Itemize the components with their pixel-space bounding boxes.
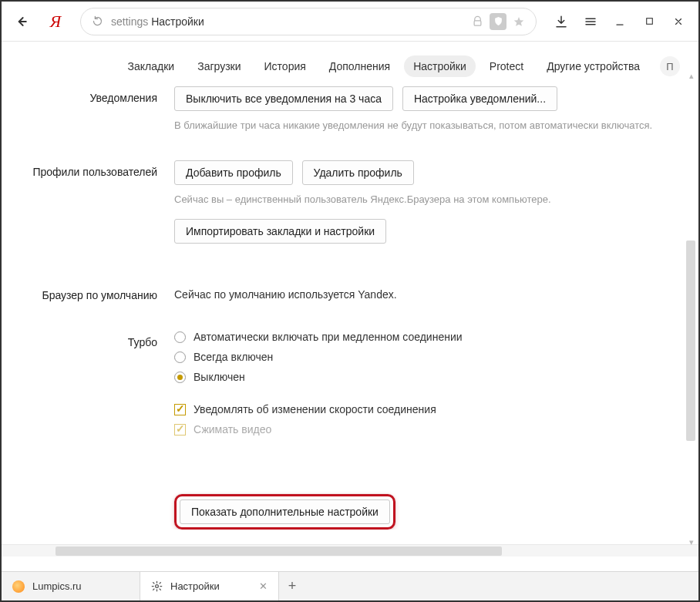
checkbox-icon xyxy=(174,404,186,415)
label-profiles: Профили пользователей xyxy=(20,160,174,244)
window-close-button[interactable] xyxy=(665,8,692,35)
row-notifications: Уведомления Выключить все уведомления на… xyxy=(20,86,680,133)
disable-notifications-button[interactable]: Выключить все уведомления на 3 часа xyxy=(174,86,393,111)
settings-scroll: Уведомления Выключить все уведомления на… xyxy=(2,86,698,530)
remove-profile-button[interactable]: Удалить профиль xyxy=(302,160,414,185)
radio-icon xyxy=(174,372,186,383)
row-advanced: Показать дополнительные настройки xyxy=(20,494,680,530)
turbo-compress-label: Сжимать видео xyxy=(194,423,271,436)
home-logo[interactable]: Я xyxy=(42,8,69,35)
horizontal-scrollbar[interactable] xyxy=(2,544,698,557)
settings-content: Уведомления Выключить все уведомления на… xyxy=(2,86,698,557)
tab-label: Lumpics.ru xyxy=(32,580,82,592)
reload-icon[interactable] xyxy=(92,15,103,27)
tab-label: Настройки xyxy=(170,580,220,592)
checkbox-icon xyxy=(174,424,186,436)
notifications-hint: В ближайшие три часа никакие уведомления… xyxy=(174,119,680,133)
nav-addons[interactable]: Дополнения xyxy=(320,55,399,77)
address-text: settings Настройки xyxy=(111,15,464,28)
svg-point-2 xyxy=(156,585,159,588)
row-default-browser: Браузер по умолчанию Сейчас по умолчанию… xyxy=(20,284,680,303)
arrow-left-icon xyxy=(14,14,29,29)
label-notifications: Уведомления xyxy=(20,86,174,133)
back-button[interactable] xyxy=(8,8,35,35)
window-controls-group xyxy=(547,8,692,35)
window-minimize-button[interactable] xyxy=(606,8,634,35)
address-right-group xyxy=(472,13,525,30)
browser-toolbar: Я settings Настройки xyxy=(2,2,698,42)
turbo-notify-label: Уведомлять об изменении скорости соедине… xyxy=(194,403,436,415)
tab-close-icon[interactable]: ✕ xyxy=(259,580,268,592)
nav-devices[interactable]: Другие устройства xyxy=(537,55,649,77)
lock-icon[interactable] xyxy=(472,15,483,27)
nav-bookmarks[interactable]: Закладки xyxy=(119,55,184,77)
scroll-down-icon[interactable]: ▾ xyxy=(688,537,695,547)
default-browser-text: Сейчас по умолчанию используется Yandex. xyxy=(174,288,397,301)
row-profiles: Профили пользователей Добавить профиль У… xyxy=(20,160,680,244)
radio-icon xyxy=(174,331,186,343)
nav-settings[interactable]: Настройки xyxy=(404,55,476,77)
bookmark-star-icon[interactable] xyxy=(513,15,525,28)
row-turbo: Турбо Автоматически включать при медленн… xyxy=(20,331,680,443)
minimize-icon xyxy=(614,16,625,27)
nav-history[interactable]: История xyxy=(255,55,315,77)
nav-profile-badge[interactable]: П xyxy=(660,56,680,76)
import-bookmarks-button[interactable]: Импортировать закладки и настройки xyxy=(174,219,386,244)
vertical-scroll-thumb[interactable] xyxy=(686,240,695,441)
svg-rect-1 xyxy=(646,18,652,25)
tab-lumpics[interactable]: Lumpics.ru xyxy=(2,572,140,600)
profiles-hint: Сейчас вы – единственный пользователь Ян… xyxy=(174,193,680,207)
nav-protect[interactable]: Protect xyxy=(480,55,533,77)
turbo-notify-checkbox[interactable]: Уведомлять об изменении скорости соедине… xyxy=(174,403,680,415)
radio-icon xyxy=(174,351,186,363)
notification-settings-button[interactable]: Настройка уведомлений... xyxy=(402,86,557,111)
gear-icon xyxy=(151,580,163,592)
downloads-button[interactable] xyxy=(547,8,575,35)
svg-rect-0 xyxy=(474,21,481,25)
download-icon xyxy=(554,15,568,29)
horizontal-scroll-thumb[interactable] xyxy=(56,547,502,556)
nav-downloads[interactable]: Загрузки xyxy=(188,55,250,77)
browser-tab-bar: Lumpics.ru Настройки ✕ + xyxy=(2,571,698,600)
address-bar[interactable]: settings Настройки xyxy=(80,8,537,35)
settings-nav: Закладки Загрузки История Дополнения Нас… xyxy=(2,42,698,86)
scroll-up-icon[interactable]: ▴ xyxy=(688,71,695,80)
favicon-icon xyxy=(12,580,25,593)
show-advanced-button[interactable]: Показать дополнительные настройки xyxy=(180,499,390,524)
advanced-highlight: Показать дополнительные настройки xyxy=(174,494,395,530)
turbo-option-auto[interactable]: Автоматически включать при медленном сое… xyxy=(174,331,680,343)
turbo-option-off[interactable]: Выключен xyxy=(174,371,680,383)
turbo-option-always[interactable]: Всегда включен xyxy=(174,351,680,363)
new-tab-button[interactable]: + xyxy=(279,572,305,600)
hamburger-icon xyxy=(584,15,597,29)
vertical-scrollbar[interactable]: ▴ ▾ xyxy=(686,71,697,547)
label-turbo: Турбо xyxy=(20,331,174,443)
turbo-compress-checkbox: Сжимать видео xyxy=(174,423,680,436)
protect-shield-icon[interactable] xyxy=(490,13,506,30)
turbo-off-label: Выключен xyxy=(194,371,245,383)
turbo-always-label: Всегда включен xyxy=(194,351,273,363)
turbo-auto-label: Автоматически включать при медленном сое… xyxy=(194,331,463,343)
close-icon xyxy=(673,16,684,27)
add-profile-button[interactable]: Добавить профиль xyxy=(174,160,293,185)
tab-settings[interactable]: Настройки ✕ xyxy=(140,572,279,600)
menu-button[interactable] xyxy=(577,8,604,35)
yandex-logo-icon: Я xyxy=(50,12,61,32)
maximize-icon xyxy=(644,16,655,26)
window-maximize-button[interactable] xyxy=(635,8,663,35)
label-default-browser: Браузер по умолчанию xyxy=(20,284,174,303)
